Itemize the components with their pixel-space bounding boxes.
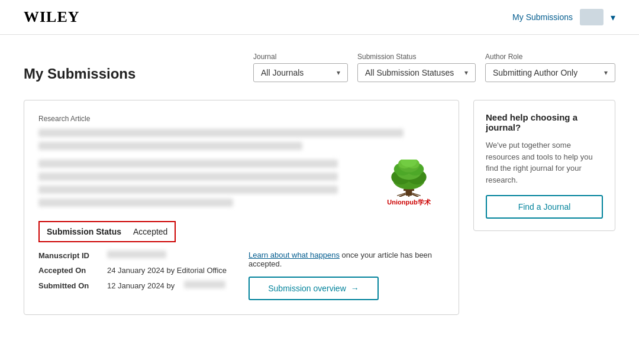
learn-link[interactable]: Learn about what happens	[248, 251, 340, 259]
blurred-title-2	[38, 142, 302, 150]
blurred-content-4	[38, 199, 233, 207]
author-role-label: Author Role	[485, 53, 615, 61]
main-content: Research Article	[24, 100, 615, 315]
page-container: My Submissions Journal All Journals ▾ Su…	[0, 35, 639, 333]
blurred-content-3	[38, 186, 338, 194]
blurred-content-1	[38, 160, 338, 168]
submission-status-chevron-icon: ▾	[464, 69, 468, 77]
watermark: Unionpub学术	[387, 198, 430, 207]
card-middle-right: Unionpub学术	[350, 160, 444, 207]
article-type: Research Article	[38, 115, 444, 123]
submission-status-label: Submission Status	[357, 53, 476, 61]
author-role-value: Submitting Author Only	[493, 68, 577, 77]
journal-filter-value: All Journals	[261, 68, 304, 77]
manuscript-value-blurred	[107, 251, 166, 258]
submission-status-filter: Submission Status All Submission Statuse…	[357, 53, 476, 82]
journal-filter-select[interactable]: All Journals ▾	[253, 63, 348, 82]
author-role-filter: Author Role Submitting Author Only ▾	[485, 53, 615, 82]
submission-status-value: All Submission Statuses	[365, 68, 454, 77]
author-role-select[interactable]: Submitting Author Only ▾	[485, 63, 615, 82]
filters-row: My Submissions Journal All Journals ▾ Su…	[24, 53, 615, 82]
journal-filter-label: Journal	[253, 53, 348, 61]
status-row: Submission Status Accepted	[38, 221, 176, 242]
submission-status-select[interactable]: All Submission Statuses ▾	[357, 63, 476, 82]
header-right: My Submissions ▾	[512, 9, 615, 25]
my-submissions-link[interactable]: My Submissions	[512, 12, 573, 22]
manuscript-row: Manuscript ID	[38, 251, 234, 260]
author-role-chevron-icon: ▾	[604, 69, 608, 77]
blurred-content-2	[38, 173, 338, 181]
title-blurred	[38, 129, 444, 150]
submitted-on-label: Submitted On	[38, 281, 98, 290]
filters-group: Journal All Journals ▾ Submission Status…	[253, 53, 615, 82]
status-label: Submission Status	[47, 227, 121, 236]
sidebar-title: Need help choosing a journal?	[486, 112, 603, 132]
accepted-on-value: 24 January 2024 by Editorial Office	[107, 266, 227, 275]
submitted-on-value: 12 January 2024 by	[107, 281, 175, 290]
find-journal-button[interactable]: Find a Journal	[486, 195, 603, 219]
details-left: Manuscript ID Accepted On 24 January 202…	[38, 251, 234, 300]
submission-overview-label: Submission overview	[268, 284, 346, 293]
logo: WILEY	[24, 8, 80, 26]
card-middle-left	[38, 160, 338, 212]
journal-chevron-icon: ▾	[337, 69, 340, 77]
blurred-title-1	[38, 129, 404, 137]
accepted-on-label: Accepted On	[38, 266, 98, 275]
tree-image: Unionpub学术	[373, 160, 444, 207]
submission-card: Research Article	[24, 100, 459, 315]
manuscript-label: Manuscript ID	[38, 251, 98, 260]
learn-link-section: Learn about what happens once your artic…	[248, 251, 444, 268]
journal-filter: Journal All Journals ▾	[253, 53, 348, 82]
page-title: My Submissions	[24, 66, 135, 82]
header: WILEY My Submissions ▾	[0, 0, 639, 35]
submitted-on-blurred	[184, 281, 225, 288]
avatar	[580, 9, 604, 25]
submission-overview-arrow: →	[351, 284, 359, 293]
submission-overview-button[interactable]: Submission overview →	[248, 277, 379, 300]
sidebar-card: Need help choosing a journal? We've put …	[473, 100, 615, 231]
status-value: Accepted	[133, 227, 167, 236]
card-middle: Unionpub学术	[38, 160, 444, 212]
submitted-on-row: Submitted On 12 January 2024 by	[38, 281, 234, 290]
chevron-down-icon[interactable]: ▾	[611, 12, 615, 23]
details-section: Manuscript ID Accepted On 24 January 202…	[38, 251, 444, 300]
sidebar-text: We've put together some resources and to…	[486, 139, 603, 186]
details-right: Learn about what happens once your artic…	[248, 251, 444, 300]
accepted-on-row: Accepted On 24 January 2024 by Editorial…	[38, 266, 234, 275]
